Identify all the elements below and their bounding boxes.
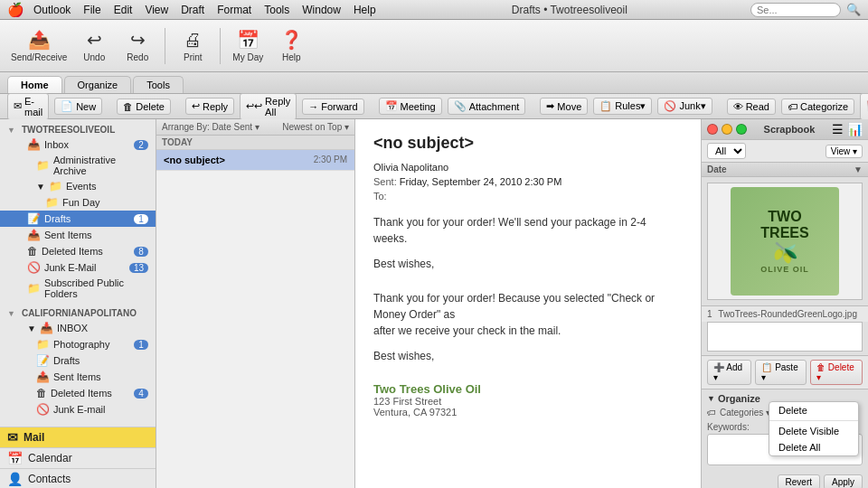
- rules-icon: 📋: [599, 100, 612, 112]
- reply-button[interactable]: ↩Reply: [185, 98, 234, 115]
- sidebar-item-deleted2[interactable]: 🗑 Deleted Items 4: [0, 385, 156, 401]
- scrapbook-image-area[interactable]: TWOTREES 🫒 OLIVE OIL: [707, 183, 863, 300]
- email-button[interactable]: ✉E-mail: [7, 93, 49, 120]
- sidebar-item-junk2[interactable]: 🚫 Junk E-mail: [0, 401, 156, 418]
- tab-tools[interactable]: Tools: [133, 76, 184, 93]
- menu-view[interactable]: View: [145, 4, 168, 16]
- scrapbook-text-area[interactable]: [707, 322, 863, 352]
- triangle-icon: ▼: [7, 126, 15, 135]
- apply-button[interactable]: Apply: [824, 474, 863, 488]
- sidebar-item-drafts[interactable]: 📝 Drafts 1: [0, 211, 156, 227]
- scrapbook-close-button[interactable]: [707, 124, 718, 135]
- revert-button[interactable]: Revert: [778, 474, 820, 488]
- print-button[interactable]: 🖨 Print: [173, 28, 212, 64]
- redo-icon: ↪: [130, 29, 146, 51]
- photography-icon: 📁: [36, 338, 50, 351]
- meeting-button[interactable]: 📅Meeting: [379, 98, 442, 115]
- contacts-nav-icon: 👤: [7, 472, 23, 486]
- message-item[interactable]: 2:30 PM <no subject>: [156, 150, 354, 171]
- email-content: <no subject> Olivia Napolitano Sent: Fri…: [355, 119, 701, 488]
- rules-button[interactable]: 📋Rules▾: [593, 98, 652, 115]
- email-body-p1: Thank you for your order! We'll send you…: [373, 214, 683, 247]
- scrapbook-view-button[interactable]: View ▾: [826, 145, 863, 158]
- menu-tools[interactable]: Tools: [264, 4, 289, 16]
- menu-draft[interactable]: Draft: [181, 4, 204, 16]
- organize-triangle-icon: ▼: [707, 394, 715, 403]
- help-button[interactable]: ❓ Help: [271, 27, 311, 64]
- junk-button[interactable]: 🚫Junk▾: [657, 98, 712, 115]
- add-button[interactable]: ➕ Add ▾: [707, 360, 751, 385]
- deleted2-badge: 4: [134, 389, 148, 399]
- menu-edit[interactable]: Edit: [114, 4, 133, 16]
- sidebar-item-inbox2[interactable]: ▼ 📥 INBOX: [0, 320, 156, 336]
- nav-contacts[interactable]: 👤 Contacts: [0, 468, 156, 488]
- move-button[interactable]: ➡Move: [540, 98, 588, 115]
- menu-help[interactable]: Help: [354, 4, 376, 16]
- arrange-by-label[interactable]: Arrange By: Date Sent ▾: [162, 122, 259, 132]
- scrapbook-maximize-button[interactable]: [736, 124, 747, 135]
- print-icon: 🖨: [184, 30, 202, 51]
- email-body-p5: Best wishes,: [373, 348, 683, 364]
- sidebar-item-events[interactable]: ▼ 📁 Events: [0, 178, 156, 194]
- newest-on-top-label[interactable]: Newest on Top ▾: [282, 122, 349, 132]
- junk-icon: 🚫: [664, 100, 676, 112]
- move-icon: ➡: [546, 100, 554, 112]
- menu-window[interactable]: Window: [302, 4, 341, 16]
- apple-menu[interactable]: 🍎: [7, 2, 24, 18]
- account-california-header[interactable]: ▼ CALIFORNIANAPOLITANO: [0, 305, 156, 320]
- delete-dropdown-item-visible[interactable]: Delete Visible: [769, 423, 858, 439]
- scrapbook-chart-icon[interactable]: 📊: [847, 122, 863, 136]
- admin-archive-icon: 📁: [36, 159, 50, 172]
- sidebar-item-sent[interactable]: 📤 Sent Items: [0, 227, 156, 243]
- reply-all-button[interactable]: ↩↩Reply All: [240, 93, 297, 120]
- categories-button[interactable]: Categories ▾: [720, 408, 770, 418]
- account-twotrees-header[interactable]: ▼ TWOTREESOLIVEOIL: [0, 121, 156, 136]
- sidebar-item-drafts2[interactable]: 📝 Drafts: [0, 352, 156, 369]
- reply-icon: ↩: [192, 100, 200, 112]
- new-icon: 📄: [61, 100, 73, 112]
- sidebar-item-fun-day[interactable]: 📁 Fun Day: [0, 194, 156, 211]
- tab-organize[interactable]: Organize: [64, 76, 132, 93]
- redo-button[interactable]: ↪ Redo: [118, 27, 157, 64]
- send-receive-button[interactable]: 📤 Send/Receive: [7, 27, 71, 64]
- sidebar-item-admin-archive[interactable]: 📁 Administrative Archive: [0, 153, 156, 178]
- nav-calendar[interactable]: 📅 Calendar: [0, 447, 156, 468]
- nav-mail[interactable]: ✉ Mail: [0, 427, 156, 447]
- delete-dropdown-item-all[interactable]: Delete All: [769, 439, 858, 455]
- scrapbook-minimize-button[interactable]: [722, 124, 732, 135]
- menu-outlook[interactable]: Outlook: [33, 4, 71, 16]
- spotlight-icon[interactable]: 🔍: [846, 3, 861, 16]
- attachment-icon: 📎: [454, 100, 467, 112]
- email-body-p3: Thank you for your order! Because you se…: [373, 290, 683, 323]
- sidebar-item-public[interactable]: 📁 Subscribed Public Folders: [0, 276, 156, 301]
- paste-icon: 📋: [761, 362, 772, 372]
- forward-button[interactable]: →Forward: [302, 99, 363, 115]
- sent-icon: 📤: [27, 229, 41, 241]
- message-list: Arrange By: Date Sent ▾ Newest on Top ▾ …: [156, 119, 355, 488]
- delete-ribbon-icon: 🗑: [123, 101, 133, 112]
- tab-home[interactable]: Home: [7, 76, 62, 93]
- my-day-button[interactable]: 📅 My Day: [228, 27, 268, 64]
- scrapbook-title: Scrapbook: [750, 124, 828, 135]
- scrapbook-filter-select[interactable]: All: [707, 143, 746, 159]
- delete-dropdown-item-delete[interactable]: Delete: [769, 402, 858, 418]
- undo-button[interactable]: ↩ Undo: [74, 27, 114, 64]
- sidebar-item-junk[interactable]: 🚫 Junk E-Mail 13: [0, 259, 156, 276]
- new-button[interactable]: 📄New: [54, 98, 102, 115]
- scrapbook-list-icon[interactable]: ☰: [832, 122, 844, 136]
- paste-button[interactable]: 📋 Paste ▾: [755, 360, 807, 385]
- sidebar-item-sent2[interactable]: 📤 Sent Items: [0, 369, 156, 385]
- scrapbook-delete-button[interactable]: 🗑 Delete ▾: [810, 360, 863, 385]
- sidebar-item-photography[interactable]: 📁 Photography 1: [0, 336, 156, 352]
- follow-up-button[interactable]: 🚩Follow Up: [860, 93, 868, 120]
- sidebar-item-deleted[interactable]: 🗑 Deleted Items 8: [0, 243, 156, 259]
- categorize-button[interactable]: 🏷Categorize: [781, 99, 854, 115]
- menu-file[interactable]: File: [83, 4, 100, 16]
- read-button[interactable]: 👁Read: [727, 99, 776, 115]
- scrapbook-sort-arrow[interactable]: ▼: [854, 164, 863, 174]
- delete-ribbon-button[interactable]: 🗑Delete: [117, 99, 171, 115]
- sidebar-item-inbox[interactable]: 📥 Inbox 2: [0, 136, 156, 153]
- attachment-button[interactable]: 📎Attachment: [448, 98, 526, 115]
- menu-format[interactable]: Format: [217, 4, 251, 16]
- menubar-search[interactable]: [750, 3, 841, 17]
